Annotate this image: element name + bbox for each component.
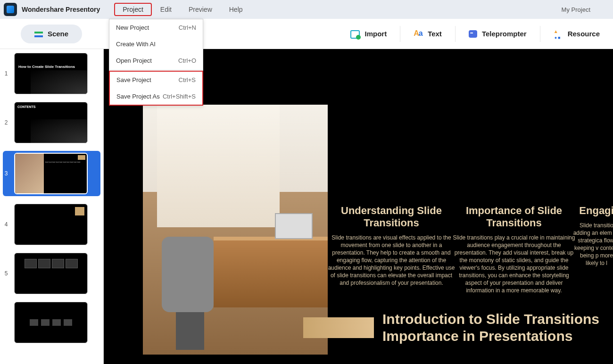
col1-body: Slide transitions are visual effects app… — [325, 234, 457, 287]
menu-preview[interactable]: Preview — [180, 3, 221, 16]
menu-new-project[interactable]: New Project Ctrl+N — [109, 19, 203, 36]
import-label: Import — [364, 30, 387, 38]
intro-badge — [303, 317, 374, 338]
dropdown-separator — [109, 70, 203, 70]
slide-hero-image — [143, 105, 328, 355]
thumb-6[interactable] — [14, 302, 88, 343]
menu-save-as-label: Save Project As — [116, 93, 160, 100]
teleprompter-button[interactable]: Teleprompter — [456, 25, 540, 43]
intro-block: Introduction to Slide Transitions Import… — [303, 311, 599, 345]
thumb-row-6[interactable] — [3, 302, 100, 343]
menu-create-ai[interactable]: Create With AI — [109, 36, 203, 52]
thumb-1[interactable]: How to Create Slide Transitions — [14, 53, 88, 94]
resource-label: Resource — [568, 30, 600, 38]
import-button[interactable]: Import — [337, 25, 400, 43]
menu-create-ai-label: Create With AI — [116, 41, 156, 48]
import-icon — [350, 29, 360, 39]
intro-title: Introduction to Slide Transitions Import… — [382, 311, 599, 345]
thumb-number: 3 — [3, 170, 9, 177]
thumb-row-1[interactable]: 1 How to Create Slide Transitions — [3, 53, 100, 94]
app-name: Wondershare Presentory — [22, 6, 100, 13]
col2-body: Slide transitions play a crucial role in… — [453, 234, 575, 294]
thumb-4[interactable] — [14, 204, 88, 245]
intro-line1: Introduction to Slide Transitions — [382, 311, 599, 328]
resource-icon — [554, 30, 563, 38]
menu-save-as[interactable]: Save Project As Ctrl+Shift+S — [110, 88, 202, 105]
save-group-highlight: Save Project Ctrl+S Save Project As Ctrl… — [109, 71, 203, 106]
menu-new-project-shortcut: Ctrl+N — [179, 24, 196, 31]
menu-open-project-shortcut: Ctrl+O — [178, 57, 196, 64]
thumb-2-title: CONTENTS — [17, 105, 84, 108]
toolbar: Scene Import Aa Text Teleprompter Resour… — [0, 19, 613, 49]
column-engaging: Engagi Slide transitio adding an elem ed… — [573, 205, 613, 267]
thumb-3[interactable]: text text text text text text text text … — [14, 153, 88, 194]
slide-thumbnails-sidebar[interactable]: 1 How to Create Slide Transitions 2 CONT… — [0, 49, 104, 364]
col3-title: Engagi — [573, 205, 613, 217]
menu-project[interactable]: Project — [114, 3, 152, 16]
project-dropdown: New Project Ctrl+N Create With AI Open P… — [109, 19, 203, 106]
thumb-number: 2 — [3, 119, 9, 126]
menubar: Wondershare Presentory Project Edit Prev… — [0, 0, 613, 19]
text-icon: Aa — [414, 29, 423, 39]
scene-label: Scene — [48, 30, 68, 38]
scene-button[interactable]: Scene — [21, 25, 82, 43]
thumb-2[interactable]: CONTENTS — [14, 102, 88, 143]
menu-help[interactable]: Help — [221, 3, 251, 16]
menu-open-project[interactable]: Open Project Ctrl+O — [109, 52, 203, 69]
teleprompter-label: Teleprompter — [482, 30, 527, 38]
thumb-row-4[interactable]: 4 — [3, 204, 100, 245]
menu-open-project-label: Open Project — [116, 57, 152, 64]
menu-save-project-label: Save Project — [116, 76, 151, 83]
thumb-number: 1 — [3, 70, 9, 77]
teleprompter-icon — [469, 30, 477, 38]
thumb-row-5[interactable]: 5 — [3, 253, 100, 294]
thumb-number: 4 — [3, 221, 9, 228]
resource-button[interactable]: Resource — [540, 25, 613, 43]
column-importance: Importance of Slide Transitions Slide tr… — [453, 205, 575, 294]
column-understanding: Understanding Slide Transitions Slide tr… — [325, 205, 457, 287]
menu-new-project-label: New Project — [116, 24, 149, 31]
menu-save-as-shortcut: Ctrl+Shift+S — [163, 93, 196, 100]
menu-edit[interactable]: Edit — [152, 3, 180, 16]
col1-title: Understanding Slide Transitions — [325, 205, 457, 229]
col3-body: Slide transitio adding an elem ed strate… — [573, 222, 613, 267]
thumb-number: 5 — [3, 270, 9, 277]
thumb-row-3[interactable]: 3 text text text text text text text tex… — [3, 151, 100, 196]
thumb-5[interactable] — [14, 253, 88, 294]
menu-items: Project Edit Preview Help — [114, 3, 251, 16]
text-label: Text — [428, 30, 442, 38]
toolbar-group: Import Aa Text Teleprompter Resource — [337, 25, 613, 43]
scene-icon — [34, 31, 43, 37]
thumb-1-title: How to Create Slide Transitions — [18, 65, 75, 69]
main-area: 1 How to Create Slide Transitions 2 CONT… — [0, 49, 613, 364]
menu-save-project-shortcut: Ctrl+S — [179, 76, 196, 83]
project-name-label: My Project — [562, 6, 590, 13]
thumb-row-2[interactable]: 2 CONTENTS — [3, 102, 100, 143]
app-logo — [4, 3, 17, 16]
intro-line2: Importance in Presentations — [382, 328, 599, 345]
menu-save-project[interactable]: Save Project Ctrl+S — [110, 72, 202, 88]
text-button[interactable]: Aa Text — [400, 25, 455, 43]
col2-title: Importance of Slide Transitions — [453, 205, 575, 229]
